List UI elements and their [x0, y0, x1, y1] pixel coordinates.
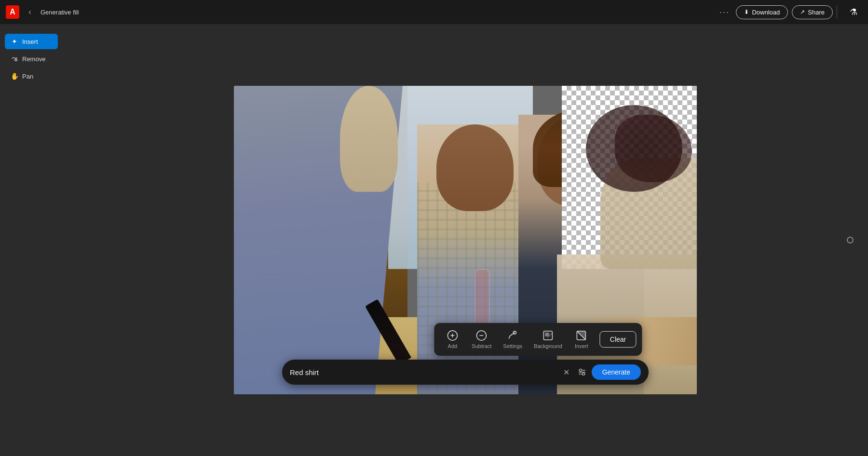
insert-icon: ✦ [11, 38, 18, 45]
back-button[interactable]: ‹ [23, 5, 37, 19]
header: A ‹ Generative fill ··· ⬇ Download ↗ Sha… [0, 0, 868, 24]
settings-tool-btn[interactable]: Settings [498, 327, 527, 352]
person-center-head [436, 124, 514, 211]
adobe-logo: A [6, 5, 19, 19]
add-tool-btn[interactable]: Add [440, 327, 465, 352]
add-tool-label: Add [448, 343, 458, 349]
settings-tool-label: Settings [503, 343, 522, 349]
pan-icon: ✋ [11, 72, 18, 80]
svg-point-14 [579, 369, 582, 372]
image-canvas: Add Subtract [234, 86, 697, 394]
svg-rect-9 [545, 333, 549, 336]
floating-toolbar: Add Subtract [434, 323, 642, 356]
share-button[interactable]: ↗ Share [792, 5, 833, 19]
settings-brush-icon [507, 330, 518, 341]
subtract-tool-btn[interactable]: Subtract [467, 327, 496, 352]
generate-button[interactable]: Generate [592, 364, 641, 380]
canvas-area[interactable]: Add Subtract [63, 24, 868, 456]
prompt-input[interactable] [290, 368, 561, 376]
svg-point-15 [582, 373, 584, 376]
remove-tool[interactable]: Remove [5, 51, 58, 67]
prompt-clear-button[interactable]: ✕ [561, 366, 572, 378]
main-area: ✦ Insert Remove ✋ Pan [0, 24, 868, 456]
download-icon: ⬇ [744, 9, 749, 15]
download-button[interactable]: ⬇ Download [736, 5, 788, 19]
clear-button[interactable]: Clear [600, 331, 636, 348]
insert-tool[interactable]: ✦ Insert [5, 34, 58, 49]
more-options-button[interactable]: ··· [717, 4, 732, 20]
invert-tool-label: Invert [575, 343, 588, 349]
pan-tool[interactable]: ✋ Pan [5, 68, 58, 84]
svg-line-1 [15, 59, 16, 60]
subtract-tool-label: Subtract [472, 343, 491, 349]
prompt-bar: ✕ Generate [282, 360, 649, 385]
header-divider [837, 5, 837, 19]
right-indicator [847, 237, 854, 243]
prompt-settings-button[interactable] [574, 364, 590, 380]
flask-icon: ⚗ [850, 7, 857, 17]
left-toolbar: ✦ Insert Remove ✋ Pan [0, 24, 63, 456]
share-icon: ↗ [800, 9, 805, 15]
background-tool-btn[interactable]: Background [529, 327, 567, 352]
flask-button[interactable]: ⚗ [845, 3, 862, 21]
background-icon [542, 330, 554, 341]
add-icon [447, 330, 458, 341]
remove-icon [11, 55, 18, 63]
invert-icon [576, 330, 587, 341]
app-title: Generative fill [41, 9, 79, 16]
invert-tool-btn[interactable]: Invert [569, 327, 594, 352]
background-tool-label: Background [534, 343, 562, 349]
subtract-icon [476, 330, 488, 341]
close-icon: ✕ [563, 368, 570, 377]
person-left-head-area [340, 86, 398, 192]
